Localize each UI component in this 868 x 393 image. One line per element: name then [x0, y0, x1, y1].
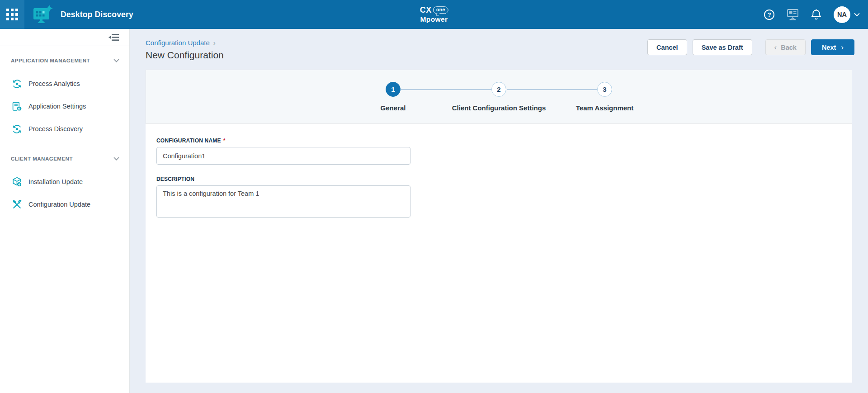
step-circle-2: 2 — [491, 82, 506, 97]
section-label: CLIENT MANAGEMENT — [11, 156, 73, 161]
presentation-icon — [787, 9, 799, 20]
app-title: Desktop Discovery — [61, 10, 133, 19]
new-configuration-card: 1 General 2 Client Configuration Setting… — [146, 70, 852, 383]
next-button[interactable]: Next › — [811, 39, 854, 55]
installation-update-icon — [12, 177, 22, 187]
header-action-buttons: Cancel Save as Draft ‹ Back Next › — [647, 39, 854, 55]
user-menu[interactable]: NA — [834, 6, 860, 23]
app-launcher-grid-icon — [6, 9, 18, 20]
sidebar-item-installation-update[interactable]: Installation Update — [0, 170, 129, 193]
step-label: Team Assignment — [552, 104, 658, 112]
configuration-name-input[interactable] — [156, 147, 410, 165]
breadcrumb-link-configuration-update[interactable]: Configuration Update — [146, 39, 210, 47]
logo-mpower-text: Mpower — [420, 16, 448, 23]
avatar[interactable]: NA — [834, 6, 850, 23]
chevron-left-icon: ‹ — [774, 43, 777, 51]
process-analytics-icon — [12, 79, 22, 89]
chevron-down-icon — [113, 157, 119, 161]
bell-icon — [811, 9, 821, 20]
chevron-down-icon — [854, 13, 860, 17]
sidebar-section-client-management[interactable]: CLIENT MANAGEMENT — [0, 152, 129, 166]
step-team-assignment[interactable]: 3 Team Assignment — [552, 82, 658, 112]
logo-one-bubble: one — [433, 6, 448, 14]
step-client-configuration-settings[interactable]: 2 Client Configuration Settings — [446, 82, 552, 112]
cancel-button[interactable]: Cancel — [647, 39, 687, 55]
sidebar-item-label: Process Analytics — [28, 80, 80, 87]
chevron-down-icon — [113, 59, 119, 62]
sidebar-section-application-management[interactable]: APPLICATION MANAGEMENT — [0, 53, 129, 68]
guide-button[interactable] — [787, 9, 799, 20]
description-label: DESCRIPTION — [156, 176, 852, 182]
process-discovery-icon — [12, 124, 22, 134]
stepper: 1 General 2 Client Configuration Setting… — [340, 70, 658, 123]
back-button[interactable]: ‹ Back — [765, 39, 806, 55]
application-settings-icon — [12, 101, 22, 112]
sidebar-item-label: Installation Update — [28, 178, 83, 185]
sidebar-item-label: Configuration Update — [28, 201, 90, 208]
sidebar-item-configuration-update[interactable]: Configuration Update — [0, 193, 129, 216]
sidebar-item-label: Process Discovery — [28, 125, 83, 133]
outdent-icon — [108, 33, 119, 41]
required-asterisk: * — [223, 137, 226, 144]
logo-cx-text: CX — [420, 6, 432, 14]
breadcrumb-separator: › — [213, 39, 216, 47]
description-textarea[interactable]: This is a configuration for Team 1 — [156, 185, 410, 218]
configuration-update-icon — [12, 199, 22, 210]
sidebar: APPLICATION MANAGEMENT Process Analytics — [0, 29, 130, 393]
page-title: New Configuration — [146, 50, 224, 61]
desktop-discovery-logo-icon — [32, 5, 53, 24]
sidebar-divider — [0, 144, 129, 144]
step-label: General — [340, 104, 446, 112]
top-bar: Desktop Discovery CX one Mpower ? — [0, 0, 868, 29]
step-label: Client Configuration Settings — [446, 104, 552, 112]
step-general[interactable]: 1 General — [340, 82, 446, 112]
breadcrumb: Configuration Update › — [146, 39, 224, 47]
section-label: APPLICATION MANAGEMENT — [11, 58, 90, 63]
cxone-mpower-logo: CX one Mpower — [420, 6, 448, 23]
sidebar-item-process-analytics[interactable]: Process Analytics — [0, 72, 129, 95]
chevron-right-icon: › — [841, 43, 844, 51]
sidebar-item-label: Application Settings — [28, 103, 86, 110]
step-circle-1: 1 — [386, 82, 401, 97]
app-launcher-button[interactable] — [0, 0, 24, 29]
configuration-name-label: CONFIGURATION NAME * — [156, 137, 852, 144]
save-as-draft-button[interactable]: Save as Draft — [693, 39, 752, 55]
sidebar-collapse-button[interactable] — [108, 33, 119, 41]
step-circle-3: 3 — [597, 82, 612, 97]
help-icon[interactable]: ? — [764, 9, 774, 20]
sidebar-item-process-discovery[interactable]: Process Discovery — [0, 118, 129, 140]
sidebar-item-application-settings[interactable]: Application Settings — [0, 95, 129, 118]
notifications-button[interactable] — [811, 9, 821, 20]
general-form: CONFIGURATION NAME * DESCRIPTION This is… — [146, 124, 852, 218]
stepper-panel: 1 General 2 Client Configuration Setting… — [146, 70, 852, 124]
